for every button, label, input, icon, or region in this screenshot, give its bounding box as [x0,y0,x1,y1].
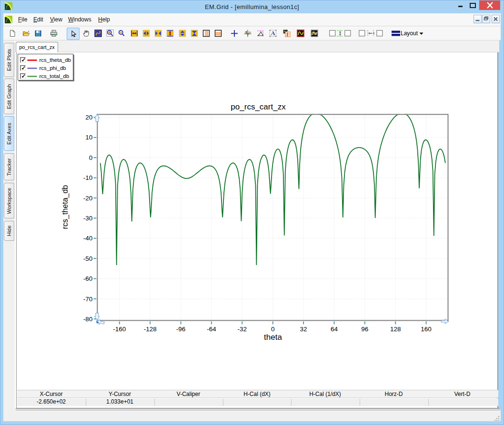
svg-text:rcs_theta_db: rcs_theta_db [61,185,70,229]
svg-text:32: 32 [300,326,307,333]
svg-text:-80: -80 [83,316,93,323]
svg-text:-70: -70 [83,296,93,303]
svg-text:theta: theta [264,333,282,342]
svg-text:-96: -96 [176,326,186,333]
svg-text:0: 0 [271,326,275,333]
svg-text:10: 10 [85,134,92,141]
svg-text:-40: -40 [83,235,93,242]
svg-text:-60: -60 [83,275,93,282]
svg-text:-64: -64 [207,326,216,333]
svg-text:po_rcs_cart_zx: po_rcs_cart_zx [231,102,286,111]
svg-text:-32: -32 [238,326,247,333]
svg-text:-30: -30 [83,215,93,222]
svg-text:-160: -160 [113,326,126,333]
svg-text:20: 20 [85,114,92,121]
svg-text:0: 0 [89,154,93,161]
svg-text:160: 160 [421,326,432,333]
svg-text:96: 96 [361,326,368,333]
svg-text:-128: -128 [144,326,157,333]
svg-text:-20: -20 [83,195,93,202]
svg-text:128: 128 [390,326,401,333]
svg-text:64: 64 [331,326,338,333]
svg-text:-10: -10 [83,174,93,181]
svg-text:-50: -50 [83,255,93,262]
